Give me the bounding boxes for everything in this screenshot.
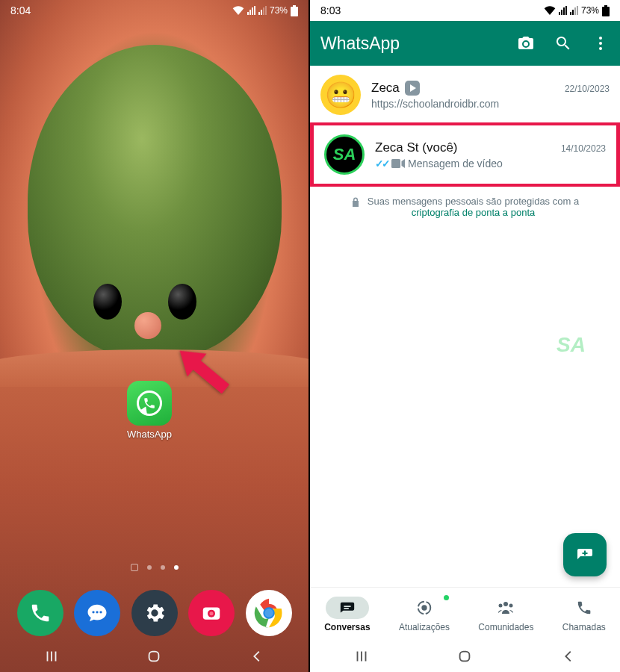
- status-icon: [416, 600, 433, 616]
- watermark: SA: [557, 333, 586, 357]
- lock-icon: [351, 197, 360, 208]
- nav-bar: [0, 641, 309, 672]
- dock: [0, 590, 309, 636]
- encryption-notice: Suas mensagens pessoais são protegidas c…: [310, 185, 620, 228]
- tab-atualizacoes[interactable]: Atualizações: [399, 597, 450, 632]
- battery-percent: 73%: [581, 5, 599, 16]
- chat-name: Zeca St (você): [375, 140, 458, 155]
- chat-icon: [339, 600, 356, 616]
- tab-comunidades[interactable]: Comunidades: [478, 597, 533, 632]
- signal-icon: [247, 6, 255, 15]
- clock: 8:04: [10, 4, 31, 16]
- svg-rect-14: [604, 5, 607, 7]
- nav-recents[interactable]: [353, 648, 370, 665]
- svg-point-15: [599, 37, 602, 40]
- svg-marker-19: [402, 159, 406, 168]
- wallpaper-cactus-body: [28, 45, 282, 358]
- chat-item-self[interactable]: SA Zeca St (você) 14/10/2023 ✓✓ Mensagem…: [310, 122, 620, 187]
- tab-label: Conversas: [324, 622, 370, 632]
- encryption-link[interactable]: criptografia de ponta a ponta: [412, 207, 536, 218]
- nav-home[interactable]: [456, 648, 473, 665]
- whatsapp-app-shortcut[interactable]: WhatsApp: [127, 381, 172, 440]
- svg-point-25: [499, 603, 503, 607]
- svg-rect-13: [602, 7, 610, 16]
- chat-list: 😬 Zeca 22/10/2023 https://schoolandroidb…: [310, 66, 620, 228]
- video-icon: [391, 159, 405, 168]
- whatsapp-header: WhatsApp: [310, 21, 620, 66]
- nav-back[interactable]: [560, 648, 577, 665]
- tab-conversas[interactable]: Conversas: [324, 597, 370, 632]
- page-dot-active[interactable]: [174, 565, 179, 570]
- new-chat-fab[interactable]: [563, 533, 607, 576]
- svg-rect-12: [149, 652, 159, 662]
- chat-name: Zeca: [371, 81, 420, 96]
- tab-chamadas[interactable]: Chamadas: [562, 597, 606, 632]
- more-icon[interactable]: [592, 34, 610, 52]
- dock-chrome[interactable]: [246, 590, 292, 636]
- signal-icon-2: [258, 6, 267, 15]
- svg-rect-0: [291, 7, 298, 16]
- wifi-icon: [544, 6, 556, 15]
- battery-icon: [291, 5, 298, 16]
- whatsapp-screen: 8:03 73% WhatsApp 😬 Zeca: [310, 0, 620, 672]
- nav-back[interactable]: [249, 648, 265, 665]
- svg-rect-1: [293, 5, 296, 7]
- svg-point-11: [264, 609, 273, 617]
- dock-camera[interactable]: [188, 590, 235, 636]
- svg-rect-27: [460, 652, 470, 662]
- whatsapp-icon: [127, 381, 172, 426]
- dock-messages[interactable]: [74, 590, 120, 636]
- svg-point-8: [210, 612, 214, 615]
- status-bar: 8:03 73%: [310, 0, 620, 21]
- svg-point-4: [96, 611, 98, 613]
- camera-icon[interactable]: [517, 34, 535, 52]
- tab-label: Comunidades: [478, 622, 533, 632]
- svg-point-23: [421, 605, 427, 610]
- wifi-icon: [232, 6, 244, 15]
- status-bar: 8:04 73%: [0, 0, 309, 21]
- clock: 8:03: [320, 4, 341, 16]
- nav-home[interactable]: [146, 648, 162, 665]
- chat-preview: ✓✓ Mensagem de vídeo: [375, 158, 606, 169]
- battery-icon: [602, 5, 610, 16]
- nav-bar: [310, 641, 620, 672]
- wallpaper-eye: [168, 284, 196, 320]
- svg-point-17: [599, 47, 602, 50]
- page-indicator[interactable]: [0, 564, 309, 571]
- status-icons: 73%: [544, 5, 610, 16]
- svg-point-26: [509, 603, 513, 607]
- wallpaper-nose: [134, 312, 161, 339]
- svg-point-5: [99, 611, 102, 613]
- chat-date: 14/10/2023: [561, 143, 606, 154]
- search-icon[interactable]: [554, 34, 572, 52]
- dock-settings[interactable]: [131, 590, 178, 636]
- signal-icon-2: [570, 6, 578, 15]
- app-label: WhatsApp: [127, 429, 172, 440]
- calls-icon: [576, 600, 592, 616]
- chat-item-zeca[interactable]: 😬 Zeca 22/10/2023 https://schoolandroidb…: [310, 66, 620, 124]
- read-ticks-icon: ✓✓: [375, 158, 388, 169]
- svg-point-16: [599, 42, 602, 45]
- page-dot[interactable]: [161, 565, 165, 570]
- dock-phone[interactable]: [17, 590, 63, 636]
- page-dot[interactable]: [147, 565, 152, 570]
- svg-point-24: [503, 602, 508, 606]
- svg-rect-21: [583, 553, 588, 554]
- home-screen: 8:04 73% WhatsApp: [0, 0, 310, 672]
- bottom-tabs: Conversas Atualizações Comunidades Chama…: [310, 587, 620, 641]
- tab-label: Atualizações: [399, 622, 450, 632]
- apps-grid-icon[interactable]: [131, 564, 138, 571]
- chat-date: 22/10/2023: [565, 84, 610, 94]
- wallpaper-eye: [93, 284, 122, 320]
- chat-preview: https://schoolandroidbr.com: [371, 98, 610, 110]
- status-icons: 73%: [232, 5, 298, 16]
- svg-point-3: [92, 611, 94, 613]
- tab-label: Chamadas: [562, 622, 606, 632]
- avatar: SA: [324, 134, 365, 175]
- signal-icon: [559, 6, 567, 15]
- nav-recents[interactable]: [43, 648, 60, 665]
- battery-percent: 73%: [270, 5, 288, 16]
- communities-icon: [497, 600, 515, 616]
- svg-rect-18: [391, 159, 400, 168]
- avatar: 😬: [320, 75, 361, 115]
